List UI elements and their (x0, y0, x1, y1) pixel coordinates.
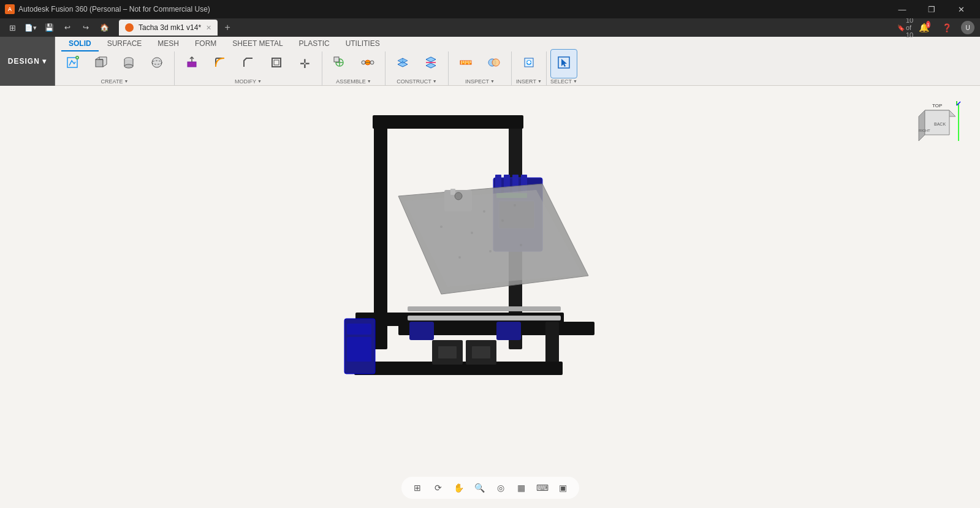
svg-rect-64 (408, 306, 561, 311)
view-cube[interactable]: TOP BACK RIGHT (913, 98, 962, 147)
insert-dropdown-icon: ▼ (537, 79, 542, 83)
select-group-label: SELECT ▼ (550, 78, 577, 85)
title-bar-controls: — ❐ ✕ (888, 0, 975, 18)
help-btn[interactable]: ❓ (940, 20, 954, 35)
chamfer-icon (241, 56, 255, 71)
interference-button[interactable] (481, 49, 507, 78)
zoom-button[interactable]: 🔍 (471, 479, 488, 496)
offset-plane-button[interactable] (389, 49, 416, 78)
minimize-button[interactable]: — (888, 0, 916, 18)
grid-button[interactable]: ▦ (513, 479, 530, 496)
shell-button[interactable] (263, 49, 290, 78)
svg-point-58 (458, 256, 461, 259)
insert-group: INSERT ▼ (512, 51, 547, 86)
offset-plane-icon (396, 56, 409, 71)
svg-point-59 (489, 250, 492, 252)
midplane-icon (424, 56, 438, 71)
svg-point-74 (455, 192, 462, 200)
svg-rect-44 (347, 324, 371, 335)
cylinder-button[interactable] (115, 49, 142, 78)
orbit-button[interactable]: ⟳ (430, 479, 447, 496)
svg-rect-66 (409, 322, 434, 340)
svg-point-63 (514, 204, 516, 207)
save-icon[interactable]: 💾 (42, 20, 56, 35)
joint-button[interactable] (354, 49, 381, 78)
select-dropdown-icon: ▼ (573, 79, 577, 83)
chamfer-button[interactable] (235, 49, 262, 78)
tab-icon (125, 23, 134, 32)
svg-rect-14 (274, 60, 279, 65)
title-bar-left: A Autodesk Fusion 360 (Personal – Not fo… (5, 4, 210, 14)
svg-point-19 (370, 61, 374, 64)
box-button[interactable] (87, 49, 114, 78)
view-cube-svg: TOP BACK RIGHT (913, 98, 962, 147)
press-pull-icon (185, 56, 199, 71)
pan-button[interactable]: ✋ (450, 479, 468, 496)
app-logo: A (5, 4, 15, 14)
inspect-dropdown-icon: ▼ (490, 79, 495, 83)
shell-icon (270, 56, 283, 71)
svg-text:BACK: BACK (934, 122, 946, 126)
svg-rect-4 (96, 59, 103, 67)
tab-close-icon[interactable]: ✕ (206, 24, 211, 32)
svg-rect-37 (373, 115, 523, 129)
move-icon: ✛ (300, 58, 310, 70)
close-button[interactable]: ✕ (947, 0, 975, 18)
select-group: SELECT ▼ (547, 51, 581, 86)
measure-button[interactable] (452, 49, 479, 78)
midplane-button[interactable] (417, 49, 444, 78)
modify-group-label: MODIFY ▼ (235, 78, 262, 85)
svg-point-62 (483, 210, 485, 213)
svg-rect-70 (438, 346, 457, 358)
zoom-fit-button[interactable]: ⊞ (409, 479, 426, 496)
keyboard-button[interactable]: ⌨ (534, 479, 551, 496)
svg-point-7 (124, 64, 133, 68)
file-icon[interactable]: 📄▾ (23, 20, 38, 35)
svg-point-55 (440, 226, 443, 228)
add-tab-button[interactable]: + (220, 20, 235, 35)
toolbar-icons-row: CREATE ▼ (55, 51, 980, 86)
notification-btn[interactable]: 🔔 1 (919, 20, 933, 35)
new-component-button[interactable] (326, 49, 353, 78)
workspace-button[interactable]: ▣ (555, 479, 572, 496)
select-button[interactable] (550, 49, 577, 78)
press-pull-button[interactable] (178, 49, 205, 78)
sphere-button[interactable] (143, 49, 170, 78)
assemble-group-label: ASSEMBLE ▼ (336, 78, 371, 85)
svg-point-31 (492, 59, 499, 66)
redo-icon[interactable]: ↪ (78, 20, 93, 35)
svg-rect-65 (408, 316, 561, 320)
insert-group-label: INSERT ▼ (516, 78, 542, 85)
viewport[interactable]: TOP BACK RIGHT ⊞ ⟳ ✋ 🔍 ◎ ▦ ⌨ ▣ (0, 86, 980, 508)
undo-icon[interactable]: ↩ (60, 20, 75, 35)
3d-model (319, 104, 735, 411)
notification-badge: 1 (926, 21, 930, 28)
svg-point-57 (501, 219, 504, 222)
tab-main[interactable]: Tacha 3d mk1 v14* ✕ (119, 20, 218, 36)
svg-point-56 (471, 232, 473, 234)
display-settings-button[interactable]: ◎ (492, 479, 509, 496)
fillet-icon (213, 56, 227, 71)
tab-label: Tacha 3d mk1 v14* (139, 23, 201, 32)
user-avatar[interactable]: U (960, 20, 975, 35)
svg-marker-54 (405, 190, 582, 287)
svg-point-18 (362, 61, 365, 64)
insert-button[interactable] (515, 49, 542, 78)
design-button[interactable]: DESIGN ▾ (0, 37, 55, 86)
restore-button[interactable]: ❐ (917, 0, 946, 18)
modify-group: ✛ MODIFY ▼ (175, 51, 322, 86)
move-button[interactable]: ✛ (291, 49, 318, 78)
new-component-icon (333, 56, 346, 71)
svg-rect-0 (67, 58, 77, 67)
create-group: CREATE ▼ (55, 51, 175, 86)
home-icon[interactable]: 🏠 (97, 20, 112, 35)
grid-icon[interactable]: ⊞ (5, 20, 20, 35)
tab-bar: ⊞ 📄▾ 💾 ↩ ↪ 🏠 Tacha 3d mk1 v14* ✕ + 🔖 10 … (0, 18, 980, 37)
tab-right-controls: 🔖 10 of 10 🔔 1 ❓ U (898, 20, 975, 35)
modify-dropdown-icon: ▼ (257, 79, 262, 83)
app-title: Autodesk Fusion 360 (Personal – Not for … (18, 5, 210, 13)
select-icon (557, 56, 571, 71)
fillet-button[interactable] (207, 49, 234, 78)
assemble-dropdown-icon: ▼ (367, 79, 371, 83)
sketch-button[interactable] (59, 49, 86, 78)
